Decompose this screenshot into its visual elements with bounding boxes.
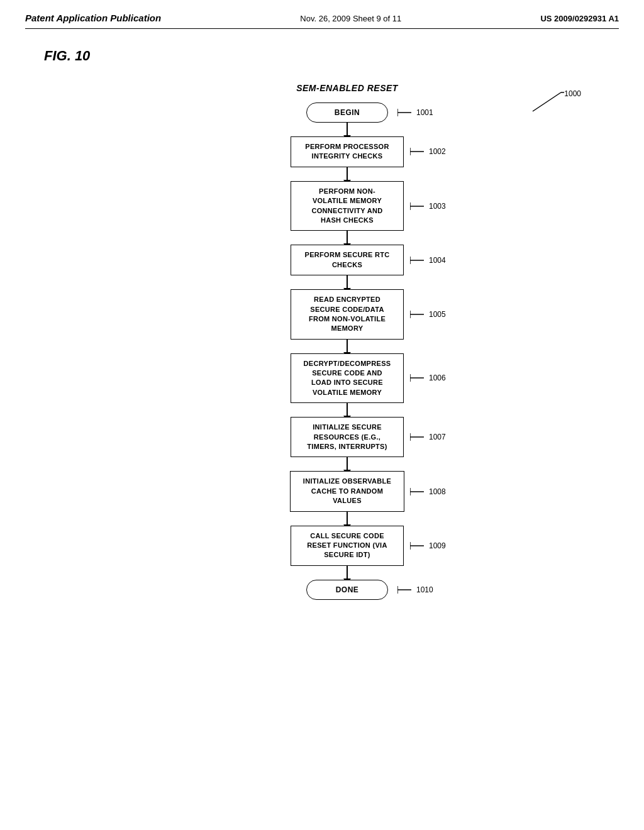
ref-1007: 1007 — [410, 432, 446, 442]
node-wrapper-1001: BEGIN 1001 — [75, 102, 619, 123]
header-date-sheet: Nov. 26, 2009 Sheet 9 of 11 — [300, 14, 401, 23]
node-wrapper-1003: PERFORM NON- VOLATILE MEMORY CONNECTIVIT… — [75, 181, 619, 231]
ref-num-1008: 1008 — [429, 487, 446, 496]
ref-1006: 1006 — [410, 373, 446, 383]
node-wrapper-1007: INITIALIZE SECURE RESOURCES (E.G., TIMER… — [75, 417, 619, 457]
ref-num-1007: 1007 — [429, 433, 446, 441]
arrow-5-6 — [347, 403, 348, 417]
arrow-1-2 — [347, 167, 348, 181]
figure-title: FIG. 10 — [44, 48, 619, 64]
node-wrapper-1009: CALL SECURE CODE RESET FUNCTION (VIA SEC… — [75, 526, 619, 566]
ref-1001: 1001 — [397, 108, 433, 118]
ref-bracket-1003 — [410, 201, 429, 211]
node-wrapper-1004: PERFORM SECURE RTC CHECKS 1004 — [75, 245, 619, 275]
node-1003: PERFORM NON- VOLATILE MEMORY CONNECTIVIT… — [291, 181, 404, 231]
ref-bracket-1002 — [410, 147, 429, 157]
flowchart: SEM-ENABLED RESET BEGIN 1001 — [75, 83, 619, 600]
arrow-6-7 — [347, 457, 348, 471]
ref-bracket-1005 — [410, 309, 429, 319]
main-ref-number: 1000 — [564, 89, 581, 98]
arrow-8-9 — [347, 566, 348, 580]
ref-1008: 1008 — [410, 487, 446, 497]
header-publication-label: Patent Application Publication — [25, 13, 161, 23]
ref-bracket-1010 — [397, 585, 416, 595]
ref-bracket-1001 — [397, 108, 416, 118]
node-wrapper-1005: READ ENCRYPTED SECURE CODE/DATA FROM NON… — [75, 289, 619, 340]
ref-bracket-1004 — [410, 255, 429, 265]
ref-num-1010: 1010 — [416, 585, 433, 594]
node-1008: INITIALIZE OBSERVABLE CACHE TO RANDOM VA… — [290, 471, 404, 511]
ref-bracket-1009 — [410, 541, 429, 551]
ref-num-1001: 1001 — [416, 108, 433, 117]
page-header: Patent Application Publication Nov. 26, … — [25, 13, 619, 29]
node-begin: BEGIN — [306, 102, 388, 123]
diagram-title: SEM-ENABLED RESET — [296, 83, 398, 93]
node-wrapper-1008: INITIALIZE OBSERVABLE CACHE TO RANDOM VA… — [75, 471, 619, 511]
node-1004: PERFORM SECURE RTC CHECKS — [291, 245, 404, 275]
arrow-3-4 — [347, 275, 348, 289]
ref-num-1002: 1002 — [429, 147, 446, 156]
ref-num-1003: 1003 — [429, 202, 446, 211]
ref-1004: 1004 — [410, 255, 446, 265]
ref-1010: 1010 — [397, 585, 433, 595]
ref-1009: 1009 — [410, 541, 446, 551]
ref-num-1005: 1005 — [429, 310, 446, 319]
ref-1003: 1003 — [410, 201, 446, 211]
ref-1005: 1005 — [410, 309, 446, 319]
node-wrapper-1002: PERFORM PROCESSOR INTEGRITY CHECKS 1002 — [75, 136, 619, 167]
arrow-0-1 — [347, 123, 348, 136]
ref-1002: 1002 — [410, 147, 446, 157]
ref-bracket-1006 — [410, 373, 429, 383]
ref-num-1006: 1006 — [429, 374, 446, 382]
arrow-4-5 — [347, 340, 348, 353]
node-wrapper-1010: DONE 1010 — [75, 580, 619, 600]
node-1005: READ ENCRYPTED SECURE CODE/DATA FROM NON… — [291, 289, 404, 340]
page-container: Patent Application Publication Nov. 26, … — [0, 0, 644, 830]
node-1009: CALL SECURE CODE RESET FUNCTION (VIA SEC… — [291, 526, 404, 566]
arrow-7-8 — [347, 512, 348, 526]
ref-bracket-1008 — [410, 487, 429, 497]
diagram-area: 1000 SEM-ENABLED RESET BEGIN 1001 — [25, 83, 619, 600]
node-1002: PERFORM PROCESSOR INTEGRITY CHECKS — [291, 136, 404, 167]
ref-bracket-1007 — [410, 432, 429, 442]
node-1007: INITIALIZE SECURE RESOURCES (E.G., TIMER… — [291, 417, 404, 457]
ref-num-1009: 1009 — [429, 541, 446, 550]
header-patent-number: US 2009/0292931 A1 — [540, 14, 619, 23]
arrow-2-3 — [347, 231, 348, 245]
node-wrapper-1006: DECRYPT/DECOMPRESS SECURE CODE AND LOAD … — [75, 353, 619, 404]
node-done: DONE — [306, 580, 388, 600]
node-1006: DECRYPT/DECOMPRESS SECURE CODE AND LOAD … — [291, 353, 404, 404]
ref-num-1004: 1004 — [429, 256, 446, 265]
